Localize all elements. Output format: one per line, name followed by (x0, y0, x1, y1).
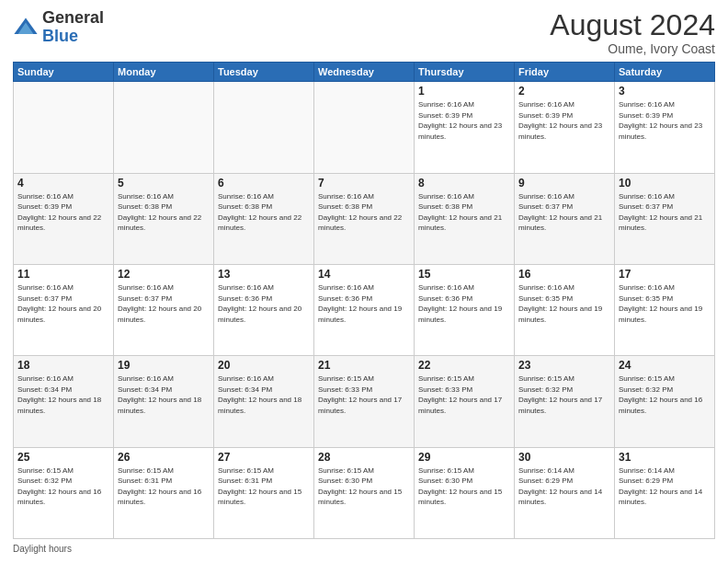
calendar-cell: 25Sunrise: 6:15 AM Sunset: 6:32 PM Dayli… (14, 447, 114, 538)
calendar-day-header: Friday (515, 63, 615, 82)
day-number: 3 (619, 85, 711, 98)
calendar-cell: 6Sunrise: 6:16 AM Sunset: 6:38 PM Daylig… (214, 173, 314, 264)
day-info: Sunrise: 6:16 AM Sunset: 6:39 PM Dayligh… (518, 99, 610, 142)
day-info: Sunrise: 6:16 AM Sunset: 6:36 PM Dayligh… (218, 282, 310, 325)
day-number: 15 (418, 268, 510, 281)
day-info: Sunrise: 6:16 AM Sunset: 6:39 PM Dayligh… (619, 99, 711, 142)
calendar-cell: 19Sunrise: 6:16 AM Sunset: 6:34 PM Dayli… (114, 356, 214, 447)
day-info: Sunrise: 6:16 AM Sunset: 6:36 PM Dayligh… (418, 282, 510, 325)
day-info: Sunrise: 6:16 AM Sunset: 6:35 PM Dayligh… (619, 282, 711, 325)
day-number: 26 (118, 451, 210, 464)
day-number: 31 (619, 451, 711, 464)
calendar-cell: 24Sunrise: 6:15 AM Sunset: 6:32 PM Dayli… (615, 356, 715, 447)
month-title: August 2024 (550, 9, 715, 41)
calendar-cell (114, 82, 214, 173)
day-info: Sunrise: 6:16 AM Sunset: 6:37 PM Dayligh… (17, 282, 109, 325)
day-number: 1 (418, 85, 510, 98)
day-info: Sunrise: 6:16 AM Sunset: 6:37 PM Dayligh… (619, 191, 711, 234)
calendar-cell: 15Sunrise: 6:16 AM Sunset: 6:36 PM Dayli… (415, 264, 515, 355)
calendar-cell: 21Sunrise: 6:15 AM Sunset: 6:33 PM Dayli… (314, 356, 415, 447)
calendar-cell: 11Sunrise: 6:16 AM Sunset: 6:37 PM Dayli… (14, 264, 114, 355)
day-info: Sunrise: 6:16 AM Sunset: 6:37 PM Dayligh… (518, 191, 610, 234)
day-number: 27 (218, 451, 310, 464)
day-number: 4 (17, 177, 109, 190)
day-info: Sunrise: 6:16 AM Sunset: 6:34 PM Dayligh… (17, 373, 109, 416)
calendar-day-header: Monday (114, 63, 214, 82)
calendar-cell: 3Sunrise: 6:16 AM Sunset: 6:39 PM Daylig… (615, 82, 715, 173)
calendar-cell: 29Sunrise: 6:15 AM Sunset: 6:30 PM Dayli… (415, 447, 515, 538)
day-info: Sunrise: 6:16 AM Sunset: 6:38 PM Dayligh… (418, 191, 510, 234)
calendar-cell: 31Sunrise: 6:14 AM Sunset: 6:29 PM Dayli… (615, 447, 715, 538)
day-info: Sunrise: 6:16 AM Sunset: 6:39 PM Dayligh… (418, 99, 510, 142)
day-number: 6 (218, 177, 310, 190)
calendar-cell: 2Sunrise: 6:16 AM Sunset: 6:39 PM Daylig… (515, 82, 615, 173)
calendar-week-row: 18Sunrise: 6:16 AM Sunset: 6:34 PM Dayli… (14, 356, 715, 447)
day-number: 25 (17, 451, 109, 464)
calendar-cell: 1Sunrise: 6:16 AM Sunset: 6:39 PM Daylig… (415, 82, 515, 173)
day-number: 11 (17, 268, 109, 281)
day-info: Sunrise: 6:15 AM Sunset: 6:33 PM Dayligh… (418, 373, 510, 416)
day-number: 13 (218, 268, 310, 281)
calendar-cell: 9Sunrise: 6:16 AM Sunset: 6:37 PM Daylig… (515, 173, 615, 264)
calendar-cell: 27Sunrise: 6:15 AM Sunset: 6:31 PM Dayli… (214, 447, 314, 538)
day-number: 10 (619, 177, 711, 190)
calendar-cell (214, 82, 314, 173)
daylight-label: Daylight hours (13, 544, 72, 554)
day-number: 14 (318, 268, 410, 281)
calendar-cell: 26Sunrise: 6:15 AM Sunset: 6:31 PM Dayli… (114, 447, 214, 538)
logo: General Blue (13, 9, 104, 46)
calendar-cell (14, 82, 114, 173)
calendar-day-header: Thursday (415, 63, 515, 82)
day-number: 29 (418, 451, 510, 464)
day-info: Sunrise: 6:15 AM Sunset: 6:30 PM Dayligh… (318, 465, 410, 508)
calendar-cell: 8Sunrise: 6:16 AM Sunset: 6:38 PM Daylig… (415, 173, 515, 264)
logo-general: General (42, 8, 104, 27)
calendar-day-header: Sunday (14, 63, 114, 82)
day-info: Sunrise: 6:14 AM Sunset: 6:29 PM Dayligh… (518, 465, 610, 508)
header: General Blue August 2024 Oume, Ivory Coa… (13, 9, 715, 56)
day-number: 12 (118, 268, 210, 281)
day-number: 5 (118, 177, 210, 190)
calendar: SundayMondayTuesdayWednesdayThursdayFrid… (13, 62, 715, 539)
day-info: Sunrise: 6:14 AM Sunset: 6:29 PM Dayligh… (619, 465, 711, 508)
day-info: Sunrise: 6:16 AM Sunset: 6:34 PM Dayligh… (218, 373, 310, 416)
calendar-day-header: Saturday (615, 63, 715, 82)
calendar-cell: 7Sunrise: 6:16 AM Sunset: 6:38 PM Daylig… (314, 173, 415, 264)
day-info: Sunrise: 6:15 AM Sunset: 6:32 PM Dayligh… (17, 465, 109, 508)
day-number: 9 (518, 177, 610, 190)
calendar-cell: 14Sunrise: 6:16 AM Sunset: 6:36 PM Dayli… (314, 264, 415, 355)
day-number: 21 (318, 359, 410, 372)
calendar-cell: 30Sunrise: 6:14 AM Sunset: 6:29 PM Dayli… (515, 447, 615, 538)
footer: Daylight hours (13, 544, 715, 554)
calendar-cell: 13Sunrise: 6:16 AM Sunset: 6:36 PM Dayli… (214, 264, 314, 355)
calendar-week-row: 1Sunrise: 6:16 AM Sunset: 6:39 PM Daylig… (14, 82, 715, 173)
day-info: Sunrise: 6:16 AM Sunset: 6:39 PM Dayligh… (17, 191, 109, 234)
day-number: 30 (518, 451, 610, 464)
day-info: Sunrise: 6:16 AM Sunset: 6:34 PM Dayligh… (118, 373, 210, 416)
day-info: Sunrise: 6:16 AM Sunset: 6:36 PM Dayligh… (318, 282, 410, 325)
logo-text: General Blue (42, 9, 104, 46)
calendar-day-header: Tuesday (214, 63, 314, 82)
day-number: 20 (218, 359, 310, 372)
calendar-cell: 4Sunrise: 6:16 AM Sunset: 6:39 PM Daylig… (14, 173, 114, 264)
day-number: 7 (318, 177, 410, 190)
day-info: Sunrise: 6:15 AM Sunset: 6:30 PM Dayligh… (418, 465, 510, 508)
page: General Blue August 2024 Oume, Ivory Coa… (0, 0, 728, 563)
calendar-cell: 23Sunrise: 6:15 AM Sunset: 6:32 PM Dayli… (515, 356, 615, 447)
day-number: 22 (418, 359, 510, 372)
logo-icon (13, 15, 39, 40)
day-info: Sunrise: 6:16 AM Sunset: 6:38 PM Dayligh… (318, 191, 410, 234)
day-number: 8 (418, 177, 510, 190)
day-info: Sunrise: 6:16 AM Sunset: 6:38 PM Dayligh… (218, 191, 310, 234)
title-block: August 2024 Oume, Ivory Coast (550, 9, 715, 56)
location: Oume, Ivory Coast (550, 41, 715, 56)
day-number: 24 (619, 359, 711, 372)
calendar-week-row: 25Sunrise: 6:15 AM Sunset: 6:32 PM Dayli… (14, 447, 715, 538)
day-info: Sunrise: 6:15 AM Sunset: 6:31 PM Dayligh… (118, 465, 210, 508)
calendar-week-row: 11Sunrise: 6:16 AM Sunset: 6:37 PM Dayli… (14, 264, 715, 355)
calendar-cell (314, 82, 415, 173)
day-info: Sunrise: 6:15 AM Sunset: 6:33 PM Dayligh… (318, 373, 410, 416)
day-info: Sunrise: 6:16 AM Sunset: 6:35 PM Dayligh… (518, 282, 610, 325)
day-info: Sunrise: 6:16 AM Sunset: 6:38 PM Dayligh… (118, 191, 210, 234)
calendar-cell: 16Sunrise: 6:16 AM Sunset: 6:35 PM Dayli… (515, 264, 615, 355)
